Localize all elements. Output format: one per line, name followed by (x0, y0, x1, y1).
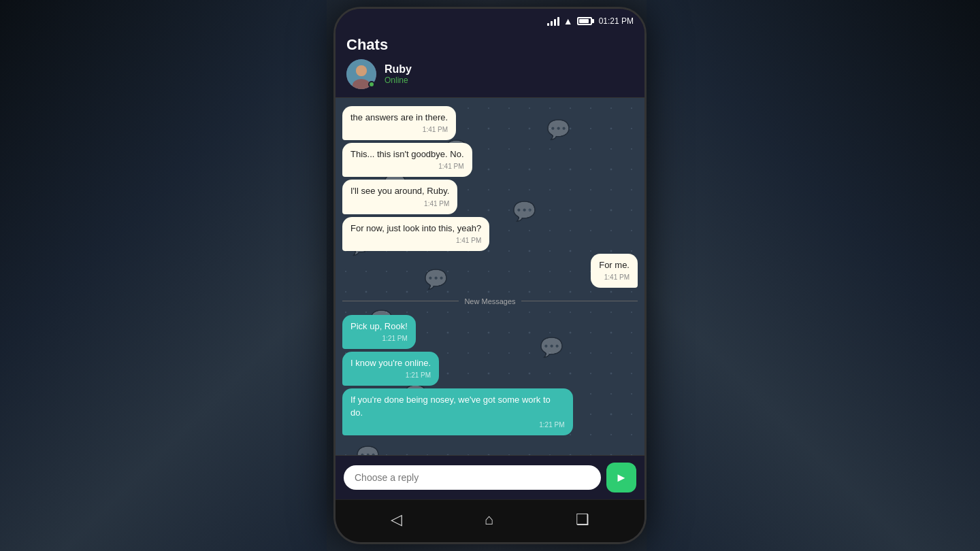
message-bubble: For me. 1:41 PM (591, 254, 638, 288)
message-text: This... this isn't goodbye. No. (350, 149, 464, 159)
layers-button[interactable]: ❑ (568, 508, 598, 531)
contact-row: Ruby Online (346, 59, 634, 89)
message-text: If you're done being nosey, we've got so… (350, 395, 551, 417)
message-time: 1:41 PM (350, 199, 449, 209)
new-messages-divider: New Messages (342, 297, 638, 305)
message-bubble: the answers are in there. 1:41 PM (342, 106, 456, 140)
chats-title: Chats (346, 36, 634, 54)
chat-area: 💬 💬 💬 💬 💬 💬 💬 💬 💬 💬 💬 💬 the answers are … (336, 98, 644, 455)
contact-info: Ruby Online (385, 63, 412, 85)
message-time: 1:21 PM (350, 334, 408, 344)
list-item: This... this isn't goodbye. No. 1:41 PM (342, 143, 472, 177)
input-area: ► (336, 455, 644, 499)
message-text: For me. (599, 260, 630, 270)
phone-frame: ▲ 01:21 PM Chats Ruby (333, 7, 647, 544)
send-icon: ► (615, 471, 627, 485)
message-time: 1:41 PM (599, 273, 630, 282)
message-text: Pick up, Rook! (350, 321, 408, 331)
avatar-container (346, 59, 376, 89)
list-item: the answers are in there. 1:41 PM (342, 106, 456, 140)
online-dot (368, 81, 375, 88)
status-time: 01:21 PM (599, 16, 634, 26)
message-time: 1:21 PM (350, 371, 431, 380)
svg-point-3 (356, 65, 367, 76)
battery-icon (577, 17, 592, 25)
bg-right-panel (647, 0, 980, 551)
divider-line-left (342, 301, 459, 301)
wifi-icon: ▲ (564, 16, 573, 27)
messages-scroll[interactable]: the answers are in there. 1:41 PM This..… (336, 98, 644, 455)
list-item: Pick up, Rook! 1:21 PM (342, 315, 416, 349)
message-time: 1:41 PM (350, 125, 448, 135)
message-time: 1:41 PM (350, 162, 464, 171)
list-item: If you're done being nosey, we've got so… (342, 388, 573, 435)
list-item: I'll see you around, Ruby. 1:41 PM (342, 180, 457, 214)
message-text: For now, just look into this, yeah? (350, 223, 481, 233)
message-time: 1:41 PM (350, 236, 481, 246)
chat-header: Chats Ruby Online (336, 31, 644, 98)
home-button[interactable]: ⌂ (476, 508, 502, 531)
bottom-nav: ◁ ⌂ ❑ (336, 499, 644, 542)
reply-input[interactable] (344, 465, 601, 490)
message-bubble: This... this isn't goodbye. No. 1:41 PM (342, 143, 472, 177)
divider-line-right (521, 301, 638, 301)
message-bubble-teal: Pick up, Rook! 1:21 PM (342, 315, 416, 349)
new-messages-label: New Messages (464, 297, 515, 305)
message-text: I'll see you around, Ruby. (350, 186, 449, 196)
list-item: For me. 1:41 PM (591, 254, 638, 288)
message-bubble-teal: If you're done being nosey, we've got so… (342, 388, 573, 435)
status-bar: ▲ 01:21 PM (336, 9, 644, 31)
contact-status: Online (385, 76, 412, 85)
message-bubble: For now, just look into this, yeah? 1:41… (342, 217, 489, 251)
list-item: I know you're online. 1:21 PM (342, 352, 439, 386)
bg-left-panel (0, 0, 327, 551)
back-button[interactable]: ◁ (382, 508, 410, 531)
message-text: the answers are in there. (350, 112, 448, 122)
message-time: 1:21 PM (350, 420, 565, 430)
message-bubble: I'll see you around, Ruby. 1:41 PM (342, 180, 457, 214)
list-item: For now, just look into this, yeah? 1:41… (342, 217, 489, 251)
signal-icon (547, 16, 559, 26)
contact-name: Ruby (385, 63, 412, 76)
send-button[interactable]: ► (606, 463, 636, 492)
message-text: I know you're online. (350, 358, 431, 368)
message-bubble-teal: I know you're online. 1:21 PM (342, 352, 439, 386)
